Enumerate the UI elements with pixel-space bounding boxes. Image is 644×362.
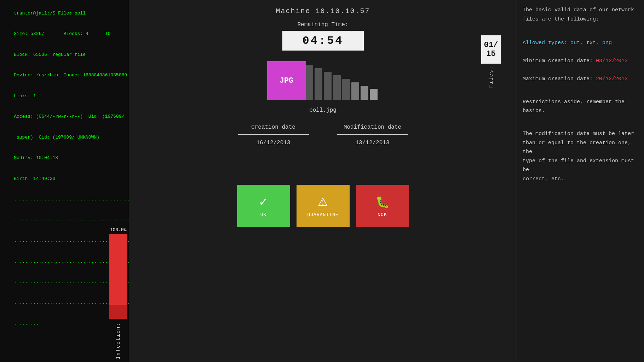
nok-label: NOK bbox=[378, 212, 387, 217]
right-max-date-value: 20/12/2013 bbox=[596, 76, 628, 82]
right-min-date-label: Minimum creation date: bbox=[523, 58, 593, 64]
right-allowed-label: Allowed types: bbox=[523, 40, 567, 46]
shadow-4 bbox=[333, 75, 341, 100]
right-max-date-label: Maximum creation date: bbox=[523, 76, 593, 82]
quarantine-label: QUARANTINE bbox=[307, 212, 338, 217]
right-max-date: Maximum creation date: 20/12/2013 bbox=[523, 75, 638, 84]
right-panel: The basic valid data of our network file… bbox=[517, 0, 644, 362]
infection-bar-wrapper: 100.0% bbox=[109, 227, 127, 319]
date-section: Creation date 16/12/2013 Modification da… bbox=[238, 124, 408, 146]
terminal-line-1: trantor@jail:/$ File: poll bbox=[14, 11, 86, 16]
file-type-block: JPG bbox=[267, 61, 306, 100]
shadow-blocks bbox=[305, 65, 379, 100]
right-note: Restrictions aside, remember the basics. bbox=[523, 98, 638, 116]
terminal-line-5: Links: 1 bbox=[14, 93, 36, 99]
timer-value: 04:54 bbox=[302, 34, 343, 47]
infection-bar-darker bbox=[109, 305, 127, 319]
right-intro-line1: The basic valid data of our network bbox=[523, 7, 634, 13]
right-allowed-types: Allowed types: out, txt, png bbox=[523, 39, 638, 48]
creation-date-column: Creation date 16/12/2013 bbox=[238, 124, 309, 146]
infection-bar-container: 100.0% Infection: bbox=[108, 0, 129, 362]
terminal-panel: trantor@jail:/$ File: poll Size: 53267 B… bbox=[0, 0, 129, 362]
terminal-line-7: super) Gid: (197609/ UNKNOWN) bbox=[14, 135, 99, 140]
timer-box: 04:54 bbox=[282, 31, 364, 51]
files-label: Files: bbox=[488, 66, 494, 88]
creation-date-label: Creation date bbox=[251, 124, 295, 130]
terminal-line-8: Modify: 10:04:18 bbox=[14, 155, 58, 160]
right-detail-line2: than or equal to the creation one, the bbox=[523, 140, 631, 155]
shadow-1 bbox=[305, 65, 313, 100]
right-min-date-value: 03/12/2013 bbox=[596, 58, 628, 64]
creation-date-underline bbox=[238, 134, 309, 135]
infection-label: Infection: bbox=[115, 322, 121, 359]
quarantine-button[interactable]: ⚠ QUARANTINE bbox=[297, 185, 350, 227]
machine-title: Machine 10.10.10.57 bbox=[276, 7, 370, 15]
buttons-section: ✓ OK ⚠ QUARANTINE 🐛 NOK bbox=[237, 185, 409, 227]
ok-button[interactable]: ✓ OK bbox=[237, 185, 290, 227]
terminal-line-3: Block: 65536 regular file bbox=[14, 52, 86, 57]
shadow-2 bbox=[315, 68, 322, 100]
shadow-6 bbox=[351, 82, 359, 100]
file-type-label: JPG bbox=[280, 76, 294, 85]
shadow-5 bbox=[342, 79, 350, 100]
creation-date-value: 16/12/2013 bbox=[256, 140, 290, 146]
infection-percent: 100.0% bbox=[110, 227, 127, 233]
quarantine-icon: ⚠ bbox=[318, 195, 328, 209]
right-intro-line2: files are the following: bbox=[523, 16, 599, 22]
right-detail-line3: type of the file and extension must be bbox=[523, 158, 634, 173]
right-note-line2: basics. bbox=[523, 108, 545, 114]
nok-button[interactable]: 🐛 NOK bbox=[356, 185, 409, 227]
modification-date-label: Modification date bbox=[344, 124, 401, 130]
files-box-wrapper: 01/15 Files: bbox=[481, 35, 501, 88]
shadow-7 bbox=[361, 86, 368, 100]
terminal-line-9: Birth: 14:49:20 bbox=[14, 176, 55, 181]
right-detail-line1: The modification date must be later bbox=[523, 131, 634, 137]
file-visual: JPG bbox=[129, 61, 517, 100]
nok-icon: 🐛 bbox=[375, 195, 390, 209]
center-panel: Machine 10.10.10.57 Remaining Time: 04:5… bbox=[129, 0, 517, 362]
modification-date-column: Modification date 13/12/2013 bbox=[337, 124, 408, 146]
ok-icon: ✓ bbox=[259, 195, 268, 209]
right-intro-text: The basic valid data of our network file… bbox=[523, 6, 638, 24]
remaining-time-label: Remaining Time: bbox=[297, 22, 348, 28]
modification-date-underline bbox=[337, 134, 408, 135]
shadow-3 bbox=[324, 72, 332, 100]
terminal-line-2: Size: 53267 Blocks: 4 IO bbox=[14, 31, 110, 36]
ok-label: OK bbox=[260, 212, 267, 217]
infection-bar-fill bbox=[109, 234, 127, 305]
right-detail: The modification date must be later than… bbox=[523, 129, 638, 183]
modification-date-value: 13/12/2013 bbox=[355, 140, 389, 146]
right-note-line1: Restrictions aside, remember the bbox=[523, 99, 625, 105]
right-detail-line4: correct, etc. bbox=[523, 176, 564, 182]
right-allowed-values: out, txt, png bbox=[570, 40, 612, 46]
terminal-dots-7: ......... bbox=[14, 321, 39, 326]
files-count: 01/15 bbox=[481, 35, 501, 64]
right-min-date: Minimum creation date: 03/12/2013 bbox=[523, 57, 638, 66]
file-name: poll.jpg bbox=[309, 107, 337, 113]
shadow-8 bbox=[370, 89, 378, 100]
